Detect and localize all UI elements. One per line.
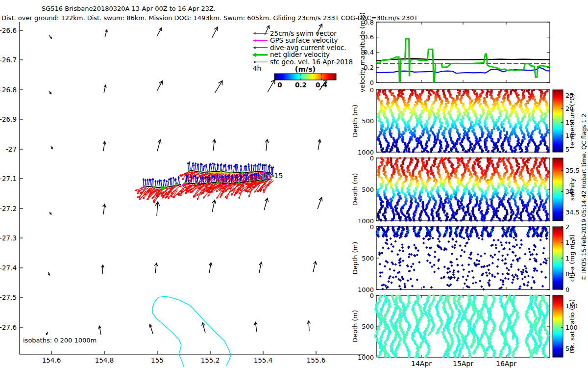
svg-text:-27.4: -27.4 bbox=[0, 264, 17, 272]
svg-text:14Apr: 14Apr bbox=[411, 360, 432, 368]
svg-text:155.2: 155.2 bbox=[201, 356, 220, 364]
panel-salinity-data bbox=[376, 157, 550, 221]
svg-text:25cm/s swim vector: 25cm/s swim vector bbox=[270, 29, 337, 37]
isobaths-note: isobaths: 0 200 1000m bbox=[23, 337, 97, 344]
svg-text:500: 500 bbox=[362, 186, 374, 193]
svg-text:16Apr: 16Apr bbox=[496, 360, 516, 368]
svg-text:0: 0 bbox=[370, 155, 374, 162]
svg-text:-27.3: -27.3 bbox=[0, 234, 17, 242]
svg-text:Ox. sat. ratio (%): Ox. sat. ratio (%) bbox=[568, 299, 576, 354]
svg-text:temperature (°C): temperature (°C) bbox=[568, 94, 576, 149]
svg-text:velocity magnitude (m/s): velocity magnitude (m/s) bbox=[359, 12, 366, 92]
svg-text:155.6: 155.6 bbox=[307, 356, 326, 364]
svg-text:Depth (m): Depth (m) bbox=[351, 173, 359, 206]
svg-text:salinity: salinity bbox=[568, 178, 576, 201]
svg-text:0: 0 bbox=[370, 292, 374, 299]
svg-text:0.2: 0.2 bbox=[295, 81, 307, 89]
svg-text:dive-avg current veloc.: dive-avg current veloc. bbox=[270, 44, 346, 52]
svg-text:4h: 4h bbox=[253, 64, 261, 72]
svg-text:0: 0 bbox=[370, 86, 374, 94]
svg-text:155.4: 155.4 bbox=[254, 356, 273, 364]
svg-text:15: 15 bbox=[274, 172, 283, 180]
svg-text:154.8: 154.8 bbox=[95, 356, 114, 364]
svg-text:500: 500 bbox=[362, 255, 374, 262]
figure: SG516 Brisbane20180320A 13-Apr 00Z to 16… bbox=[0, 0, 588, 368]
svg-text:Depth (m): Depth (m) bbox=[351, 310, 359, 343]
svg-text:sfc geo. vel. 16-Apr-2018: sfc geo. vel. 16-Apr-2018 bbox=[270, 58, 353, 66]
svg-text:154.6: 154.6 bbox=[42, 356, 61, 364]
svg-text:Depth (m): Depth (m) bbox=[351, 105, 359, 137]
panel-oxygen-data bbox=[374, 294, 550, 359]
svg-text:-27.2: -27.2 bbox=[0, 205, 17, 212]
svg-text:(m/s): (m/s) bbox=[295, 65, 316, 73]
svg-text:500: 500 bbox=[362, 117, 374, 125]
svg-text:net glider velocity: net glider velocity bbox=[270, 51, 330, 58]
svg-text:-26.9: -26.9 bbox=[0, 115, 17, 123]
svg-text:Depth (m): Depth (m) bbox=[351, 242, 359, 275]
svg-text:500: 500 bbox=[362, 323, 374, 330]
svg-text:chl-a (mg m-3): chl-a (mg m-3) bbox=[568, 235, 576, 282]
svg-text:1000: 1000 bbox=[358, 354, 374, 361]
svg-text:-27: -27 bbox=[6, 145, 17, 153]
map-glider-cluster: 1415 bbox=[135, 162, 283, 203]
figure-canvas: 154.6154.8155155.2155.4155.6-26.6-26.7-2… bbox=[0, 0, 588, 368]
svg-text:0.4: 0.4 bbox=[316, 81, 327, 89]
svg-text:-27.6: -27.6 bbox=[0, 323, 17, 331]
svg-text:35.5: 35.5 bbox=[565, 167, 580, 174]
svg-text:0: 0 bbox=[565, 286, 569, 293]
svg-text:-27.1: -27.1 bbox=[0, 175, 17, 183]
panel-temperature-data bbox=[376, 89, 549, 153]
svg-text:2: 2 bbox=[565, 223, 569, 231]
svg-text:155: 155 bbox=[151, 356, 164, 364]
svg-text:0: 0 bbox=[370, 79, 374, 86]
svg-text:34.5: 34.5 bbox=[565, 209, 580, 216]
map-legend: 25cm/s swim vectorGPS surface velocitydi… bbox=[253, 29, 353, 89]
svg-text:GPS surface velocity: GPS surface velocity bbox=[270, 36, 338, 44]
panel-velocity: 00.20.40.60.8velocity magnitude (m/s) bbox=[359, 12, 550, 92]
svg-text:15Apr: 15Apr bbox=[453, 360, 473, 368]
svg-text:-26.8: -26.8 bbox=[0, 86, 17, 94]
svg-text:0: 0 bbox=[370, 223, 374, 231]
svg-text:-26.6: -26.6 bbox=[0, 26, 17, 34]
svg-text:0: 0 bbox=[277, 81, 282, 89]
svg-text:-26.7: -26.7 bbox=[0, 56, 17, 64]
panel-chla-data bbox=[375, 226, 549, 290]
svg-text:-27.5: -27.5 bbox=[0, 293, 17, 301]
